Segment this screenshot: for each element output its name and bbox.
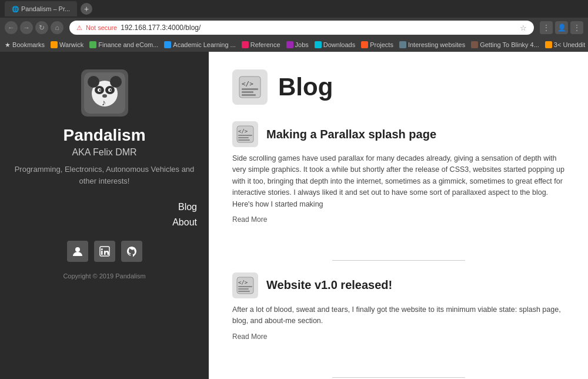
- sidebar-nav-blog[interactable]: Blog: [178, 201, 197, 214]
- read-more-1[interactable]: Read More: [232, 333, 267, 341]
- bookmark-uneddit[interactable]: 3< Uneddit: [545, 41, 586, 48]
- nav-bar: ← → ↻ ⌂ ⚠ Not secure 192.168.177.3:4000/…: [0, 18, 588, 38]
- svg-text:</>: </>: [238, 280, 248, 285]
- svg-text:♪: ♪: [102, 98, 106, 107]
- bookmark-academic[interactable]: Academic Learning ...: [164, 41, 235, 48]
- forward-button[interactable]: →: [20, 21, 33, 34]
- site-title: Pandalism: [63, 126, 145, 145]
- svg-point-12: [75, 247, 80, 252]
- bookmark-jobs[interactable]: Jobs: [286, 41, 309, 48]
- post-divider-1: [332, 377, 465, 378]
- bookmark-finance[interactable]: Finance and eCom...: [89, 41, 158, 48]
- user-button[interactable]: 👤: [555, 21, 568, 34]
- svg-point-15: [101, 248, 102, 250]
- social-icon-linkedin[interactable]: [94, 241, 115, 262]
- read-more-0[interactable]: Read More: [232, 215, 267, 224]
- svg-point-8: [99, 89, 101, 91]
- blog-header: </> Blog: [232, 69, 564, 105]
- site-subtitle: AKA Felix DMR: [72, 147, 136, 158]
- bookmarks-bar: ★ Bookmarks Warwick Finance and eCom... …: [0, 38, 588, 52]
- sidebar-nav-about[interactable]: About: [172, 216, 197, 229]
- post-header-0: </> Making a Parallax splash page: [232, 121, 564, 147]
- main-content: </> Blog </>: [209, 52, 588, 379]
- post-header-1: </> Website v1.0 released!: [232, 272, 564, 298]
- svg-text:</>: </>: [238, 128, 248, 134]
- bookmark-warwick[interactable]: Warwick: [51, 41, 83, 48]
- tab-bar: 🌐 Pandalism – Pr... +: [0, 0, 588, 18]
- post-entry-0: </> Making a Parallax splash page Side s…: [232, 121, 564, 246]
- social-icon-github[interactable]: [121, 241, 142, 262]
- reload-button[interactable]: ↻: [35, 21, 48, 34]
- security-label: Not secure: [86, 24, 117, 31]
- svg-rect-20: [242, 94, 256, 96]
- sidebar-nav: Blog About: [12, 201, 197, 229]
- tab-label: Pandalism – Pr...: [21, 5, 70, 12]
- svg-rect-28: [238, 286, 252, 287]
- svg-rect-29: [238, 288, 249, 290]
- bookmark-blinky[interactable]: Getting To Blinky 4...: [471, 41, 539, 48]
- blog-header-icon: </>: [232, 69, 268, 105]
- svg-point-9: [109, 89, 111, 91]
- svg-rect-24: [238, 137, 249, 138]
- svg-rect-18: [242, 88, 258, 90]
- sidebar: ♪ Pandalism AKA Felix DMR Programming, E…: [0, 52, 209, 379]
- bookmarks-label: ★ Bookmarks: [5, 41, 45, 49]
- bookmark-star-icon[interactable]: ☆: [520, 24, 527, 32]
- bookmark-interesting[interactable]: Interesting websites: [399, 41, 465, 48]
- site-logo: ♪: [81, 69, 128, 117]
- copyright-text: Copyright © 2019 Pandalism: [63, 272, 145, 280]
- browser-chrome: 🌐 Pandalism – Pr... + ← → ↻ ⌂ ⚠ Not secu…: [0, 0, 588, 52]
- new-tab-button[interactable]: +: [81, 3, 92, 15]
- address-bar[interactable]: ⚠ Not secure 192.168.177.3:4000/blog/ ☆: [69, 21, 534, 35]
- bookmark-reference[interactable]: Reference: [242, 41, 280, 48]
- post-body-1: After a lot of blood, sweat and tears, I…: [232, 304, 564, 327]
- svg-rect-19: [242, 91, 253, 93]
- post-body-0: Side scrolling games have used parallax …: [232, 153, 564, 210]
- site-description: Programming, Electronics, Autonomous Veh…: [12, 164, 197, 187]
- post-title-0: Making a Parallax splash page: [266, 128, 436, 141]
- post-icon-0: </>: [232, 121, 258, 147]
- active-tab[interactable]: 🌐 Pandalism – Pr...: [5, 1, 77, 16]
- svg-rect-23: [238, 135, 252, 136]
- url-text: 192.168.177.3:4000/blog/: [121, 24, 201, 32]
- svg-rect-25: [238, 139, 250, 141]
- post-divider-0: [332, 260, 465, 261]
- post-title-1: Website v1.0 released!: [266, 278, 392, 292]
- bookmark-projects[interactable]: Projects: [361, 41, 393, 48]
- social-icon-1[interactable]: [67, 241, 88, 262]
- sidebar-social-icons: [67, 241, 142, 262]
- home-button[interactable]: ⌂: [51, 21, 64, 34]
- panda-logo-svg: ♪: [84, 72, 125, 114]
- back-button[interactable]: ←: [5, 21, 18, 34]
- post-icon-1: </>: [232, 272, 258, 298]
- svg-rect-14: [101, 251, 103, 255]
- security-icon: ⚠: [76, 24, 82, 32]
- svg-point-3: [110, 76, 122, 88]
- blog-page-title: Blog: [278, 73, 333, 101]
- page-wrapper: ♪ Pandalism AKA Felix DMR Programming, E…: [0, 52, 588, 379]
- svg-text:</>: </>: [242, 80, 253, 88]
- post-entry-1: </> Website v1.0 released! After a lot o…: [232, 272, 564, 363]
- svg-point-2: [88, 76, 99, 88]
- svg-rect-30: [238, 291, 250, 292]
- menu-button[interactable]: ⋮: [570, 21, 583, 34]
- extensions-button[interactable]: ⋮: [540, 21, 553, 34]
- bookmark-downloads[interactable]: Downloads: [315, 41, 355, 48]
